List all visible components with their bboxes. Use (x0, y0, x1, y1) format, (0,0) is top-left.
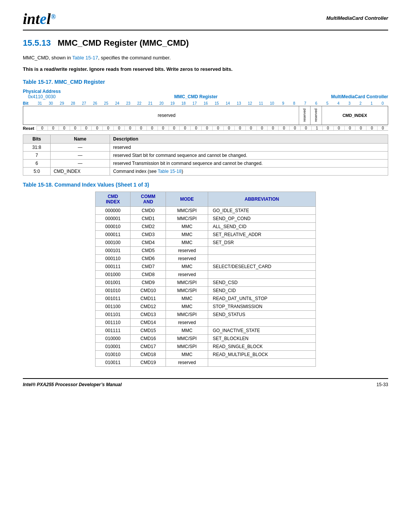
cmd-index-cell: 000100 (96, 239, 131, 247)
bit-4: 4 (333, 101, 344, 105)
abbrev-cell: SET_DSR (208, 239, 315, 247)
desc-cmd-index: Command index (see Table 15-18) (110, 168, 388, 176)
bit-15: 15 (211, 101, 222, 105)
cmd-index-cell: 001101 (96, 311, 131, 319)
cmd-cell: CMD7 (131, 263, 166, 271)
reset-v-11: 0 (256, 126, 268, 130)
reset-v-29: 0 (59, 126, 70, 130)
abbrev-cell (208, 271, 315, 279)
table-row: 001101 CMD13 MMC/SPI SEND_STATUS (96, 311, 316, 319)
abbrev-cell: SEND_CID (208, 287, 315, 295)
bit-22: 22 (134, 101, 145, 105)
table-row: 6 — reserved Transmission bit in command… (23, 160, 388, 168)
reg-header-name: MMC_CMD Register (174, 94, 218, 99)
abbrev-cell: SEND_STATUS (208, 311, 315, 319)
mode-cell: MMC/SPI (166, 215, 208, 223)
section-title: 15.5.13 MMC_CMD Register (MMC_CMD) (23, 38, 388, 48)
bit-13: 13 (233, 101, 244, 105)
bit-27: 27 (78, 101, 89, 105)
bits-7: 7 (23, 152, 51, 160)
abbrev-col-header: ABBREVIATION (208, 192, 315, 207)
mode-cell: reserved (166, 255, 208, 263)
command-index-table: CMD INDEX COMM AND MODE ABBREVIATION 000… (95, 192, 316, 367)
bit-20: 20 (156, 101, 167, 105)
bit-19: 19 (167, 101, 178, 105)
cmd-index-cell: 001000 (96, 271, 131, 279)
table-15-18-title: Table 15-18. Command Index Values (Sheet… (23, 182, 388, 188)
cmd-index-cell: 010001 (96, 343, 131, 351)
bits-5-0: 5:0 (23, 168, 51, 176)
reset-v-9: 0 (278, 126, 289, 130)
desc-reserved-2: reserved Start bit for command sequence … (110, 152, 388, 160)
page-footer: Intel® PXA255 Processor Developer’s Manu… (23, 378, 388, 387)
reset-v-1: 0 (366, 126, 377, 130)
cmd-cell: CMD5 (131, 247, 166, 255)
table-15-18-link[interactable]: Table 15-18 (158, 169, 182, 174)
mode-cell: MMC (166, 231, 208, 239)
cmd-index-cell: 000111 (96, 263, 131, 271)
table-row: 010011 CMD19 reserved (96, 359, 316, 367)
cmd-cell: CMD11 (131, 295, 166, 303)
cmd-cell: CMD2 (131, 223, 166, 231)
table-row: 001000 CMD8 reserved (96, 271, 316, 279)
reset-v-18: 0 (179, 126, 190, 130)
table-15-17-title: Table 15-17. MMC_CMD Register (23, 79, 388, 85)
reset-values: 0 0 0 0 0 0 0 0 0 0 0 0 0 0 0 0 0 0 0 0 … (37, 126, 388, 131)
cmd-cell: CMD19 (131, 359, 166, 367)
table-row: 001100 CMD12 MMC STOP_TRANSMISSION (96, 303, 316, 311)
mode-cell: MMC (166, 295, 208, 303)
mode-cell: MMC (166, 327, 208, 335)
footer-right: 15-33 (376, 382, 388, 387)
reset-v-26: 0 (91, 126, 102, 130)
reg-name-label: MMC_CMD Register (174, 94, 218, 99)
mode-cell: MMC/SPI (166, 279, 208, 287)
section-number: 15.5.13 (23, 38, 51, 48)
table-row: 000001 CMD1 MMC/SPI SEND_OP_COND (96, 215, 316, 223)
desc-reserved-1: reserved (110, 144, 388, 152)
abbrev-cell: GO_INACTIVE_STATE (208, 327, 315, 335)
abbrev-cell: SELECT/DESELECT_CARD (208, 263, 315, 271)
bit-1: 1 (366, 101, 377, 105)
name-dash-2: — (50, 152, 110, 160)
cmd-index-cell: 001011 (96, 295, 131, 303)
abbrev-cell: ALL_SEND_CID (208, 223, 315, 231)
table-row: 001001 CMD9 MMC/SPI SEND_CSD (96, 279, 316, 287)
reset-v-28: 0 (70, 126, 81, 130)
mode-cell: reserved (166, 359, 208, 367)
abbrev-cell (208, 247, 315, 255)
bit-numbers-container: Bit 31 30 29 28 27 26 25 24 23 22 21 20 … (23, 101, 388, 105)
abbrev-cell: SET_BLOCKLEN (208, 335, 315, 343)
cmd-index-cell: 010011 (96, 359, 131, 367)
mode-col-header: MODE (166, 192, 208, 207)
reset-v-25: 0 (102, 126, 113, 130)
bit-17: 17 (189, 101, 200, 105)
cmd-cell: CMD3 (131, 231, 166, 239)
table-15-17-link[interactable]: Table 15-17 (72, 55, 98, 61)
mode-cell: reserved (166, 271, 208, 279)
bit-10: 10 (266, 101, 277, 105)
reg-header-controller: MultiMediaCard Controller (331, 94, 388, 99)
bits-31-8: 31:8 (23, 144, 51, 152)
cmd-index-cell: 000101 (96, 247, 131, 255)
cmd-cell: CMD15 (131, 327, 166, 335)
table-row: 010001 CMD17 MMC/SPI READ_SINGLE_BLOCK (96, 343, 316, 351)
reset-v-15: 0 (212, 126, 223, 130)
mode-cell: MMC/SPI (166, 335, 208, 343)
cmd-cell: CMD4 (131, 239, 166, 247)
bit-18: 18 (178, 101, 189, 105)
section-title-text: MMC_CMD Register (MMC_CMD) (58, 38, 189, 48)
bit-16: 16 (200, 101, 211, 105)
reset-v-14: 0 (223, 126, 234, 130)
reset-v-27: 0 (81, 126, 92, 130)
reset-v-0: 0 (377, 126, 388, 130)
name-col-header: Name (50, 135, 110, 144)
reset-v-19: 0 (169, 126, 180, 130)
abbrev-cell (208, 255, 315, 263)
name-cmd-index: CMD_INDEX (50, 168, 110, 176)
mode-cell: MMC (166, 239, 208, 247)
mode-cell: MMC (166, 351, 208, 359)
reset-v-10: 0 (267, 126, 278, 130)
bit-9: 9 (277, 101, 288, 105)
cmd-index-col-header: CMD INDEX (96, 192, 131, 207)
table-row: 000100 CMD4 MMC SET_DSR (96, 239, 316, 247)
